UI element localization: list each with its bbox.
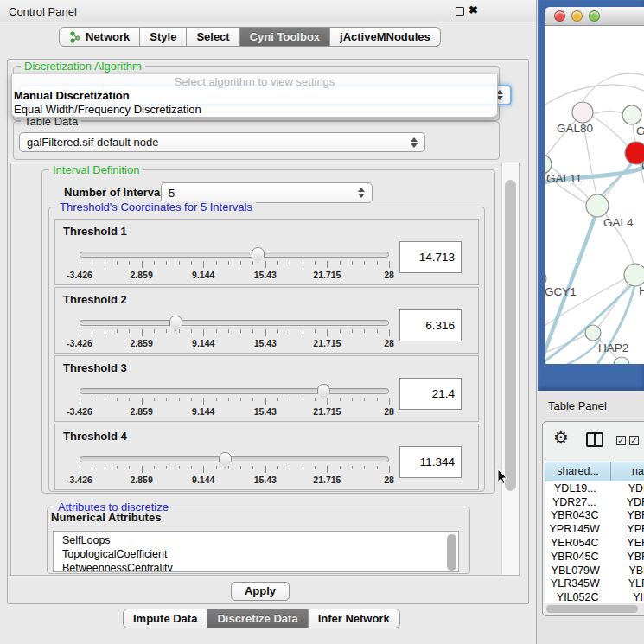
tick-mark <box>129 261 130 265</box>
network-node[interactable] <box>585 325 601 341</box>
threshold-value-field[interactable]: 21.4 <box>399 378 462 410</box>
tick-mark <box>364 466 365 469</box>
node-label: GAL80 <box>557 122 593 135</box>
slider-track[interactable] <box>80 388 389 394</box>
apply-button[interactable]: Apply <box>231 582 290 601</box>
attribute-list-item[interactable]: SelfLoops <box>54 533 458 547</box>
vertical-scrollbar-track[interactable] <box>501 163 519 575</box>
column-browser-icon[interactable] <box>586 432 603 447</box>
tab-select[interactable]: Select <box>187 27 239 47</box>
slider-track[interactable] <box>80 320 389 326</box>
column-header[interactable]: shared... <box>545 462 611 481</box>
tick-mark <box>240 466 241 469</box>
tick-mark <box>142 466 143 473</box>
node-table-box: ⚙ ✓ ✓ shared... na YDL19...YDL1YDR27...Y… <box>542 421 644 616</box>
network-node[interactable] <box>586 194 609 217</box>
tick-mark <box>277 261 278 265</box>
cell-name: YBL0 <box>606 564 644 577</box>
tick-mark <box>252 398 253 401</box>
threshold-value-field[interactable]: 14.713 <box>399 241 462 273</box>
table-row[interactable]: YIL052CYIL0 <box>545 590 644 603</box>
attribute-list-item[interactable]: TopologicalCoefficient <box>54 547 458 561</box>
cell-name: YIL0 <box>610 591 644 603</box>
tick-mark <box>340 329 341 333</box>
cyni-toolbox-panel: Discretization Algorithm Select algorith… <box>7 59 529 604</box>
vertical-scrollbar-thumb[interactable] <box>505 180 516 491</box>
tab-network[interactable]: Network <box>59 27 140 47</box>
threshold-label: Threshold 2 <box>63 293 127 306</box>
tick-mark <box>117 466 118 469</box>
threshold-value-field[interactable]: 6.316 <box>399 309 462 341</box>
stepper-arrows-icon <box>411 137 418 149</box>
tick-mark <box>228 466 229 469</box>
slider-track[interactable] <box>80 456 389 462</box>
tick-mark <box>154 329 155 333</box>
tab-cyni-toolbox[interactable]: Cyni Toolbox <box>240 27 330 47</box>
dropdown-option[interactable]: Manual Discretization <box>12 89 497 103</box>
network-node[interactable] <box>622 105 641 124</box>
tick-mark <box>290 329 290 333</box>
network-node[interactable] <box>572 102 593 123</box>
tick-mark <box>265 329 266 336</box>
network-canvas[interactable]: GAL80GCGAL11GAL4GCY1HHAP2 <box>545 26 644 364</box>
slider-ticks <box>80 466 389 474</box>
attribute-list-item[interactable]: BetweennessCentrality <box>54 561 458 572</box>
horizontal-scrollbar-track[interactable] <box>545 603 644 614</box>
table-row[interactable]: YBR045CYBR0 <box>545 550 644 564</box>
table-row[interactable]: YLR345WYLR3 <box>545 577 644 591</box>
table-row[interactable]: YBR043CYBR0 <box>545 509 644 523</box>
table-data-combobox[interactable]: galFiltered.sif default node <box>19 132 425 152</box>
tab-label: Network <box>86 28 130 46</box>
slider-track[interactable] <box>80 252 389 258</box>
tick-label: 2.859 <box>130 475 152 485</box>
table-row[interactable]: YBL079WYBL0 <box>545 564 644 577</box>
slider-ticks <box>80 398 389 405</box>
table-row[interactable]: YPR145WYPR1 <box>545 522 644 536</box>
cell-shared-name: YLR345W <box>545 577 606 590</box>
checkbox-icon[interactable]: ✓ <box>616 436 626 445</box>
threshold-label: Threshold 1 <box>63 225 127 238</box>
table-row[interactable]: YDR27...YDR2 <box>545 495 644 509</box>
tab-jactivemnodules[interactable]: jActiveMNodules <box>330 27 441 47</box>
network-node[interactable] <box>545 155 552 174</box>
tick-mark <box>191 329 192 333</box>
table-row[interactable]: YDL19...YDL1 <box>545 481 644 495</box>
dropdown-option[interactable]: Equal Width/Frequency Discretization <box>12 103 497 117</box>
network-graph: GAL80GCGAL11GAL4GCY1HHAP2 <box>545 26 644 364</box>
window-title: Control Panel <box>9 5 77 18</box>
gear-icon[interactable]: ⚙ <box>553 429 569 446</box>
list-scrollbar-thumb[interactable] <box>447 534 456 571</box>
table-row[interactable]: YER054CYER0 <box>545 536 644 550</box>
network-node[interactable] <box>624 264 644 286</box>
tick-mark <box>327 398 328 405</box>
tab-impute-data[interactable]: Impute Data <box>123 609 207 628</box>
control-panel-titlebar: Control Panel ✖ <box>0 0 536 22</box>
tick-mark <box>80 329 80 336</box>
float-window-icon[interactable] <box>456 7 464 16</box>
checkbox-icon[interactable]: ✓ <box>629 436 639 445</box>
tab-style[interactable]: Style <box>140 27 187 47</box>
zoom-traffic-light[interactable] <box>589 10 600 22</box>
threshold-value-field[interactable]: 11.344 <box>399 446 462 478</box>
tick-mark <box>179 261 180 265</box>
tick-mark <box>303 398 303 401</box>
close-traffic-light[interactable] <box>554 10 565 22</box>
tab-discretize-data[interactable]: Discretize Data <box>207 609 308 628</box>
minimize-traffic-light[interactable] <box>571 10 583 22</box>
tick-mark <box>364 398 365 401</box>
column-header[interactable]: na <box>611 462 644 481</box>
table-body: YDL19...YDL1YDR27...YDR2YBR043CYBR0YPR14… <box>545 481 644 603</box>
horizontal-scrollbar-thumb[interactable] <box>546 605 638 613</box>
tab-infer-network[interactable]: Infer Network <box>309 609 400 628</box>
tick-label: 9.144 <box>192 406 214 417</box>
node-label: H <box>639 284 644 297</box>
network-window-titlebar[interactable] <box>545 7 644 26</box>
control-panel-window: Control Panel ✖ NetworkStyleSelectCyni T… <box>0 0 537 644</box>
tick-mark <box>364 329 365 333</box>
tick-mark <box>265 398 266 405</box>
close-icon[interactable]: ✖ <box>469 3 478 16</box>
tick-label: 21.715 <box>313 338 341 348</box>
dropdown-placeholder: Select algorithm to view settings <box>12 74 497 89</box>
tick-mark <box>265 466 266 473</box>
network-node[interactable] <box>545 270 546 287</box>
